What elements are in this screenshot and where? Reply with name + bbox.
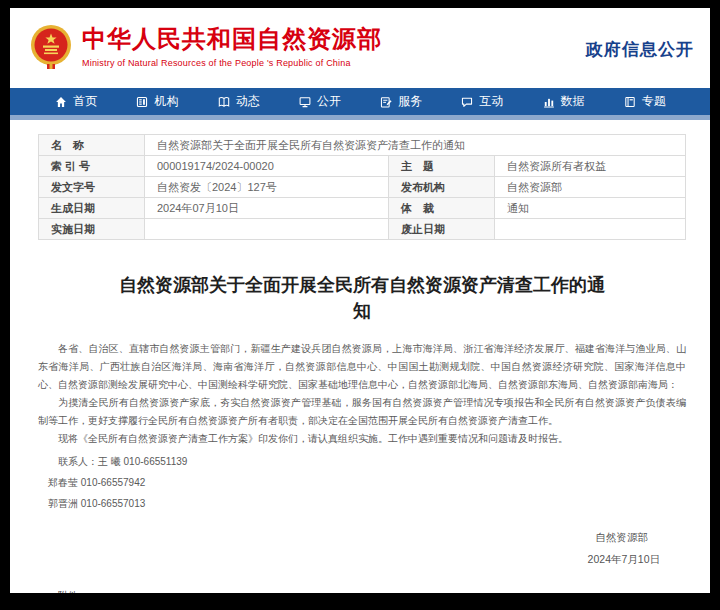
meta-value-genre: 通知 <box>495 198 686 219</box>
meta-value-created: 2024年07月10日 <box>145 198 389 219</box>
home-icon <box>54 95 68 109</box>
meta-label-impl: 实施日期 <box>39 219 145 240</box>
nav-item-label: 专题 <box>642 93 666 110</box>
nav-item-disclosure[interactable]: 公开 <box>298 93 341 110</box>
meta-label-created: 生成日期 <box>39 198 145 219</box>
signature-issuer: 自然资源部 <box>38 526 660 548</box>
table-row: 生成日期 2024年07月10日 体 裁 通知 <box>39 198 686 219</box>
meta-value-name: 自然资源部关于全面开展全民所有自然资源资产清查工作的通知 <box>145 135 686 156</box>
contact-line: 郭晋洲 010-66557013 <box>48 493 686 514</box>
nav-item-label: 数据 <box>561 93 585 110</box>
national-emblem-icon <box>30 24 72 70</box>
site-subtitle: Ministry of Natural Resources of the Peo… <box>82 58 382 68</box>
meta-label-index: 索 引 号 <box>39 156 145 177</box>
table-row: 名 称 自然资源部关于全面开展全民所有自然资源资产清查工作的通知 <box>39 135 686 156</box>
document-paragraph: 各省、自治区、直辖市自然资源主管部门，新疆生产建设兵团自然资源局，上海市海洋局、… <box>38 340 686 394</box>
interact-icon <box>460 95 474 109</box>
data-icon <box>542 95 556 109</box>
signature-date: 2024年7月10日 <box>38 548 660 570</box>
news-icon <box>217 95 231 109</box>
document-paragraph: 现将《全民所有自然资源资产清查工作方案》印发你们，请认真组织实施。工作中遇到重要… <box>38 430 686 448</box>
attachment-section: 附件： 全民所有自然资源资产清查工作方案.wps <box>38 586 686 593</box>
meta-value-docnum: 自然资发〔2024〕127号 <box>145 177 389 198</box>
document-meta-table: 名 称 自然资源部关于全面开展全民所有自然资源资产清查工作的通知 索 引 号 0… <box>38 134 686 240</box>
nav-item-label: 公开 <box>317 93 341 110</box>
meta-label-subject: 主 题 <box>389 156 495 177</box>
org-icon <box>135 95 149 109</box>
nav-item-label: 机构 <box>154 93 178 110</box>
site-title-block[interactable]: 中华人民共和国自然资源部 Ministry of Natural Resourc… <box>82 25 382 68</box>
meta-value-repeal <box>495 219 686 240</box>
nav-item-topics[interactable]: 专题 <box>623 93 666 110</box>
document-paragraph: 为摸清全民所有自然资源资产家底，夯实自然资源资产管理基础，服务国有自然资源资产管… <box>38 394 686 430</box>
table-row: 发文字号 自然资发〔2024〕127号 发布机构 自然资源部 <box>39 177 686 198</box>
site-header: 中华人民共和国自然资源部 Ministry of Natural Resourc… <box>10 8 710 88</box>
nav-item-service[interactable]: 服务 <box>379 93 422 110</box>
meta-value-index: 000019174/2024-00020 <box>145 156 389 177</box>
site-title[interactable]: 中华人民共和国自然资源部 <box>82 25 382 53</box>
nav-item-interact[interactable]: 互动 <box>460 93 503 110</box>
nav-item-label: 服务 <box>398 93 422 110</box>
nav-item-label: 互动 <box>479 93 503 110</box>
contact-line: 郑春莹 010-66557942 <box>48 472 686 493</box>
attachment-label: 附件： <box>58 586 686 593</box>
table-row: 实施日期 废止日期 <box>39 219 686 240</box>
document-title: 自然资源部关于全面开展全民所有自然资源资产清查工作的通知 <box>116 272 608 324</box>
signature-block: 自然资源部 2024年7月10日 <box>38 526 686 570</box>
meta-label-repeal: 废止日期 <box>389 219 495 240</box>
meta-label-issuer: 发布机构 <box>389 177 495 198</box>
nav-item-label: 首页 <box>73 93 97 110</box>
table-row: 索 引 号 000019174/2024-00020 主 题 自然资源所有者权益 <box>39 156 686 177</box>
gov-info-disclosure-link[interactable]: 政府信息公开 <box>586 38 694 61</box>
nav-item-news[interactable]: 动态 <box>217 93 260 110</box>
meta-label-name: 名 称 <box>39 135 145 156</box>
browser-page: { "header": { "site_title": "中华人民共和国自然资源… <box>0 0 720 610</box>
meta-label-docnum: 发文字号 <box>39 177 145 198</box>
meta-value-impl <box>145 219 389 240</box>
meta-value-issuer: 自然资源部 <box>495 177 686 198</box>
nav-item-org[interactable]: 机构 <box>135 93 178 110</box>
meta-label-genre: 体 裁 <box>389 198 495 219</box>
main-nav: 首页 机构 动态 公开 服务 互动 数据 专题 <box>10 88 710 115</box>
service-icon <box>379 95 393 109</box>
nav-item-home[interactable]: 首页 <box>54 93 97 110</box>
contact-line: 联系人：王 曦 010-66551139 <box>58 451 686 472</box>
topics-icon <box>623 95 637 109</box>
page-container: 中华人民共和国自然资源部 Ministry of Natural Resourc… <box>10 8 710 593</box>
content-area: 名 称 自然资源部关于全面开展全民所有自然资源资产清查工作的通知 索 引 号 0… <box>10 120 710 593</box>
meta-value-subject: 自然资源所有者权益 <box>495 156 686 177</box>
nav-item-label: 动态 <box>236 93 260 110</box>
nav-item-data[interactable]: 数据 <box>542 93 585 110</box>
disclosure-icon <box>298 95 312 109</box>
